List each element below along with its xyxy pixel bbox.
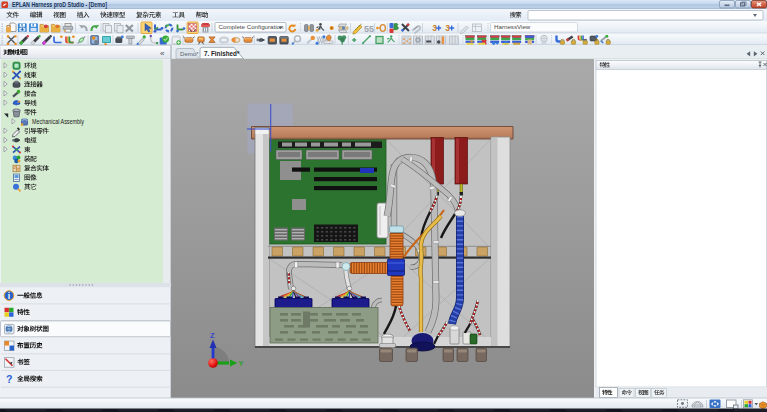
svg-text:?: ? <box>6 373 12 385</box>
svg-text:EPLAN Harness proD Studio - [D: EPLAN Harness proD Studio - [Demo] <box>12 1 107 9</box>
svg-text:HarnessView: HarnessView <box>494 23 531 30</box>
svg-text:Z: Z <box>210 331 215 340</box>
svg-text:Mechanical Assembly: Mechanical Assembly <box>32 118 85 126</box>
svg-text:Demo*: Demo* <box>180 50 199 57</box>
svg-text:Y: Y <box>239 359 244 368</box>
svg-text:i: i <box>8 291 10 301</box>
svg-text:Complete Configuration: Complete Configuration <box>219 23 285 30</box>
svg-text:7. Finished*: 7. Finished* <box>204 50 240 57</box>
svg-text:55: 55 <box>364 24 374 34</box>
svg-text:«: « <box>160 49 165 58</box>
